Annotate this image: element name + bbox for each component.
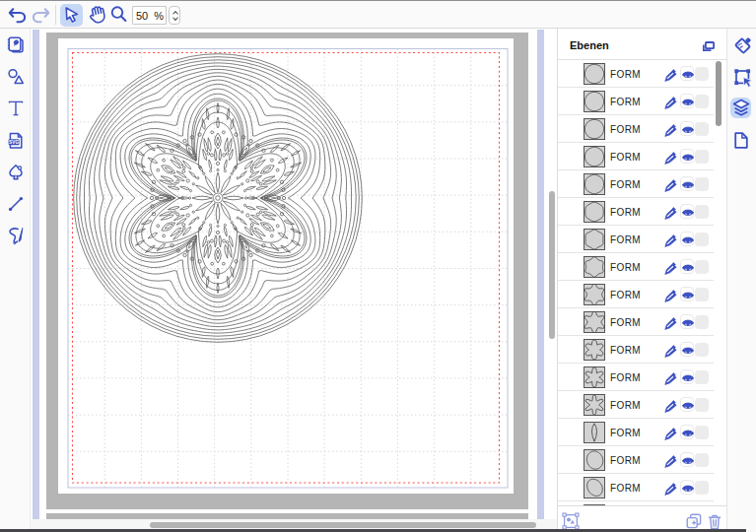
svg-text:SVG: SVG [9, 140, 19, 145]
